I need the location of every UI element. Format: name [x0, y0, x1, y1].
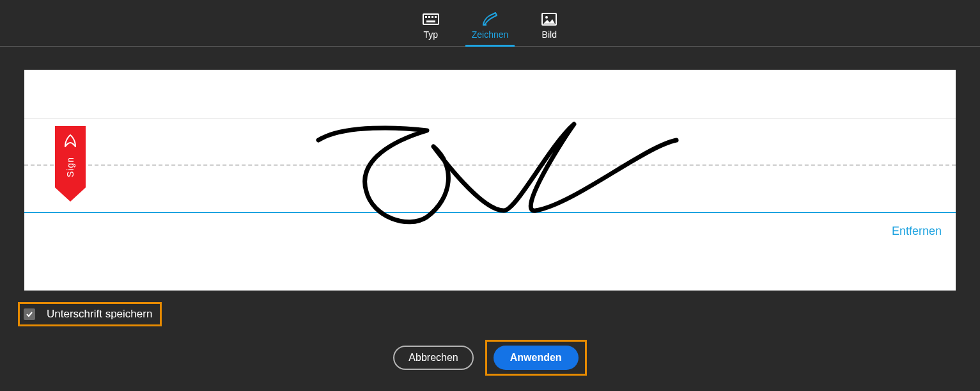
apply-button-highlight: Anwenden	[485, 340, 587, 376]
top-tab-bar: Typ Zeichnen Bild	[0, 0, 980, 47]
signature-canvas[interactable]: Sign Entfernen	[24, 70, 956, 291]
tab-image-label: Bild	[542, 29, 557, 40]
tab-draw-label: Zeichnen	[472, 29, 509, 40]
action-buttons: Abbrechen Anwenden	[0, 340, 980, 376]
tab-draw[interactable]: Zeichnen	[465, 8, 515, 47]
svg-rect-3	[432, 16, 433, 18]
ribbon-label: Sign	[65, 157, 75, 177]
save-signature-checkbox[interactable]	[24, 308, 35, 320]
save-signature-label: Unterschrift speichern	[47, 308, 152, 321]
svg-rect-2	[428, 16, 430, 18]
drawn-signature	[306, 121, 683, 232]
guide-line-top	[24, 118, 956, 119]
svg-rect-4	[435, 16, 437, 18]
clear-signature-link[interactable]: Entfernen	[892, 225, 942, 238]
draw-icon	[481, 12, 499, 27]
apply-button[interactable]: Anwenden	[494, 346, 579, 370]
svg-point-7	[545, 16, 548, 19]
tab-type-label: Typ	[423, 29, 438, 40]
image-icon	[540, 12, 558, 27]
check-icon	[26, 310, 33, 318]
keyboard-icon	[422, 12, 440, 27]
acrobat-logo-icon	[61, 132, 79, 153]
svg-rect-5	[426, 20, 435, 22]
tab-image[interactable]: Bild	[534, 8, 564, 46]
svg-rect-1	[425, 16, 427, 18]
save-signature-row[interactable]: Unterschrift speichern	[18, 302, 162, 326]
cancel-button[interactable]: Abbrechen	[393, 346, 473, 370]
svg-rect-0	[423, 14, 439, 24]
tab-type[interactable]: Typ	[416, 8, 446, 46]
sign-ribbon: Sign	[55, 126, 86, 202]
